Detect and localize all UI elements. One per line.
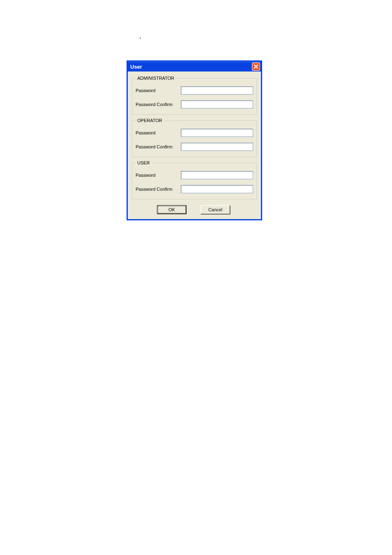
button-row: OK Cancel bbox=[132, 205, 257, 214]
label-admin-confirm: Password Confirm bbox=[136, 102, 181, 107]
group-administrator: ADMINISTRATOR Password Password Confirm bbox=[132, 76, 257, 115]
close-button[interactable] bbox=[252, 62, 260, 71]
label-admin-password: Password bbox=[136, 88, 181, 93]
group-legend-user: USER bbox=[136, 160, 152, 165]
stray-apostrophe: ' bbox=[140, 36, 141, 43]
titlebar[interactable]: User bbox=[128, 62, 261, 72]
row-operator-confirm: Password Confirm bbox=[136, 143, 253, 151]
titlebar-title: User bbox=[130, 64, 142, 70]
group-user: USER Password Password Confirm bbox=[132, 160, 257, 199]
row-admin-confirm: Password Confirm bbox=[136, 100, 253, 109]
input-operator-confirm[interactable] bbox=[181, 143, 253, 151]
user-dialog: User ADMINISTRATOR Password Password Con… bbox=[127, 60, 262, 220]
group-operator: OPERATOR Password Password Confirm bbox=[132, 118, 257, 157]
row-user-password: Password bbox=[136, 171, 253, 179]
label-user-confirm: Password Confirm bbox=[136, 187, 181, 192]
cancel-button[interactable]: Cancel bbox=[201, 205, 230, 214]
input-user-password[interactable] bbox=[181, 171, 253, 179]
input-admin-password[interactable] bbox=[181, 86, 253, 95]
input-admin-confirm[interactable] bbox=[181, 100, 253, 109]
label-operator-confirm: Password Confirm bbox=[136, 144, 181, 149]
input-user-confirm[interactable] bbox=[181, 185, 253, 193]
group-legend-administrator: ADMINISTRATOR bbox=[136, 76, 176, 81]
row-admin-password: Password bbox=[136, 86, 253, 95]
row-operator-password: Password bbox=[136, 129, 253, 137]
row-user-confirm: Password Confirm bbox=[136, 185, 253, 193]
ok-button[interactable]: OK bbox=[157, 205, 187, 214]
label-operator-password: Password bbox=[136, 130, 181, 135]
label-user-password: Password bbox=[136, 173, 181, 178]
dialog-body: ADMINISTRATOR Password Password Confirm … bbox=[128, 72, 261, 219]
group-legend-operator: OPERATOR bbox=[136, 118, 164, 123]
close-icon bbox=[254, 64, 258, 69]
input-operator-password[interactable] bbox=[181, 129, 253, 137]
